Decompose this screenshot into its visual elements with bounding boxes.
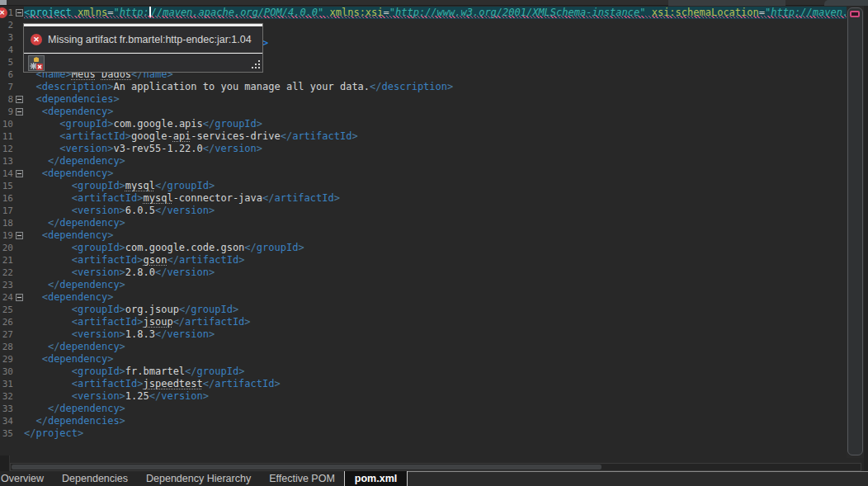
fold-marker[interactable] — [16, 9, 23, 17]
code-line-text[interactable]: <description>An application to you manag… — [24, 81, 847, 93]
code-line[interactable]: 10 <groupId>com.google.apis</groupId> — [0, 118, 847, 130]
code-line-text[interactable]: <dependency> — [24, 291, 847, 304]
code-line-text[interactable]: </dependency> — [24, 155, 847, 168]
token-br: </ — [155, 180, 167, 191]
code-line-text[interactable]: <dependencies> — [24, 93, 847, 106]
code-line-text[interactable]: <version>1.25</version> — [24, 390, 847, 403]
code-line[interactable]: 26 <artifactId>jsoup</artifactId> — [0, 316, 847, 328]
line-number: 3 — [0, 31, 14, 44]
token-eq: = — [759, 7, 765, 18]
line-number: 18 — [0, 217, 14, 229]
code-line[interactable]: 25 <groupId>org.jsoup</groupId> — [0, 304, 847, 316]
code-line-text[interactable]: <artifactId>mysql-connector-java</artifa… — [24, 192, 847, 205]
code-line[interactable]: 15 <groupId>mysql</groupId> — [0, 180, 847, 192]
fold-marker[interactable] — [16, 170, 23, 177]
tab-dependency-hierarchy[interactable]: Dependency Hierarchy — [137, 471, 260, 486]
code-line-text[interactable]: </dependencies> — [24, 415, 847, 427]
code-line[interactable]: 17 <version>6.0.5</version> — [0, 205, 847, 217]
code-line[interactable]: 31 <artifactId>jspeedtest</artifactId> — [0, 378, 847, 390]
fold-marker[interactable] — [16, 232, 23, 239]
code-line-text[interactable]: </dependency> — [24, 403, 847, 415]
token-br: > — [209, 267, 215, 278]
code-line-text[interactable]: <groupId>com.google.apis</groupId> — [24, 118, 847, 130]
code-line[interactable]: 27 <version>1.8.3</version> — [0, 328, 847, 341]
fold-column — [14, 353, 24, 366]
code-line-text[interactable]: <artifactId>jsoup</artifactId> — [24, 316, 847, 328]
code-line[interactable]: 35</project> — [0, 427, 847, 440]
code-line[interactable]: 28 </dependency> — [0, 341, 847, 353]
token-br: > — [107, 229, 113, 241]
code-line-text[interactable]: <artifactId>gson</artifactId> — [24, 254, 847, 267]
token-br: < — [72, 328, 78, 340]
overview-ruler-error-marker[interactable] — [850, 11, 860, 17]
tab-overview[interactable]: Overview — [0, 471, 53, 486]
code-line-text[interactable]: </project> — [24, 427, 847, 440]
vertical-scrollbar-thumb[interactable] — [847, 7, 863, 455]
line-number: 9 — [0, 106, 14, 118]
code-line[interactable]: 18 </dependency> — [0, 217, 847, 229]
code-line[interactable]: 23 </dependency> — [0, 279, 847, 291]
horizontal-scrollbar-thumb[interactable] — [12, 465, 601, 469]
code-line-text[interactable]: <version>6.0.5</version> — [24, 205, 847, 217]
code-line-text[interactable]: <version>1.8.3</version> — [24, 328, 847, 341]
fold-marker[interactable] — [16, 96, 23, 103]
code-line-text[interactable]: <artifactId>google-api-services-drive</a… — [24, 130, 847, 143]
code-line[interactable]: 19 <dependency> — [0, 229, 847, 242]
tab-dependencies[interactable]: Dependencies — [53, 471, 137, 486]
code-line-text[interactable]: <groupId>mysql</groupId> — [24, 180, 847, 192]
code-line-text[interactable]: <groupId>fr.bmartel</groupId> — [24, 366, 847, 378]
code-line[interactable]: 14 <dependency> — [0, 168, 847, 180]
xml-source-editor[interactable]: ✕ 1<project xmlns="http://maven.apache.o… — [0, 6, 847, 459]
fold-marker[interactable] — [16, 108, 23, 116]
code-line[interactable]: 21 <artifactId>gson</artifactId> — [0, 254, 847, 267]
code-line-text[interactable]: <project xmlns="http://maven.apache.org/… — [24, 7, 847, 19]
code-line-text[interactable]: </dependency> — [24, 217, 847, 229]
popup-resize-grip[interactable] — [250, 59, 261, 69]
code-line[interactable]: 11 <artifactId>google-api-services-drive… — [0, 130, 847, 143]
code-line[interactable]: 29 <dependency> — [0, 353, 847, 366]
quickfix-icon — [30, 57, 43, 70]
code-line[interactable]: 12 <version>v3-rev55-1.22.0</version> — [0, 143, 847, 155]
token-br: > — [120, 415, 125, 427]
code-line[interactable]: 33 </dependency> — [0, 403, 847, 415]
token-br: > — [107, 168, 113, 179]
tab-effective-pom[interactable]: Effective POM — [260, 471, 344, 486]
token-txt: fr.bmartel — [125, 366, 185, 377]
code-line-text[interactable]: <version>v3-rev55-1.22.0</version> — [24, 143, 847, 155]
token-br: < — [42, 106, 48, 117]
code-line[interactable]: 1<project xmlns="http://maven.apache.org… — [0, 7, 847, 19]
code-line-text[interactable]: <dependency> — [24, 106, 847, 118]
code-line-text[interactable]: <version>2.8.0</version> — [24, 267, 847, 279]
token-br: < — [72, 254, 78, 266]
fold-marker[interactable] — [16, 294, 23, 301]
code-line[interactable]: 8 <dependencies> — [0, 93, 847, 106]
code-line[interactable]: 34 </dependencies> — [0, 415, 847, 427]
code-line-text[interactable]: <artifactId>jspeedtest</artifactId> — [24, 378, 847, 390]
code-line[interactable]: 22 <version>2.8.0</version> — [0, 267, 847, 279]
code-line[interactable]: 13 </dependency> — [0, 155, 847, 168]
vertical-scrollbar[interactable] — [847, 7, 864, 458]
code-line[interactable]: 9 <dependency> — [0, 106, 847, 118]
line-number: 11 — [0, 130, 14, 143]
horizontal-scrollbar[interactable] — [10, 463, 861, 471]
code-line[interactable]: 16 <artifactId>mysql-connector-java</art… — [0, 192, 847, 205]
code-line[interactable]: 30 <groupId>fr.bmartel</groupId> — [0, 366, 847, 378]
code-line-text[interactable]: <dependency> — [24, 229, 847, 242]
code-line-text[interactable]: <dependency> — [24, 353, 847, 366]
token-txt: com.google.apis — [113, 118, 202, 130]
tab-pom-xml[interactable]: pom.xml — [344, 471, 408, 486]
code-line[interactable]: 20 <groupId>com.google.code.gson</groupI… — [0, 242, 847, 254]
code-line-text[interactable]: </dependency> — [24, 341, 847, 353]
code-line[interactable]: 32 <version>1.25</version> — [0, 390, 847, 403]
code-line[interactable]: 24 <dependency> — [0, 291, 847, 304]
quickfix-button[interactable] — [28, 55, 45, 71]
misspelled-word: api — [173, 130, 191, 142]
fold-column — [14, 192, 24, 205]
token-tag: dependency — [59, 155, 119, 167]
code-line-text[interactable]: </dependency> — [24, 279, 847, 291]
token-br: < — [59, 143, 65, 154]
code-line-text[interactable]: <dependency> — [24, 168, 847, 180]
code-line-text[interactable]: <groupId>org.jsoup</groupId> — [24, 304, 847, 316]
code-line-text[interactable]: <groupId>com.google.code.gson</groupId> — [24, 242, 847, 254]
code-line[interactable]: 7 <description>An application to you man… — [0, 81, 847, 93]
